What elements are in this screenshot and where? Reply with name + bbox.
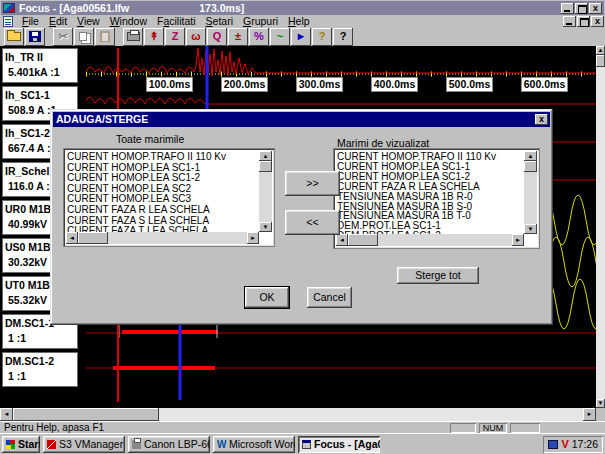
- antivirus-tray-icon[interactable]: V: [561, 439, 568, 450]
- menu-item[interactable]: Window: [105, 15, 152, 27]
- scroll-up-icon[interactable]: ▲: [259, 151, 272, 161]
- channel-scale: 1 :1: [5, 331, 75, 346]
- tool-plusminus-button[interactable]: ±: [228, 28, 248, 46]
- cut-icon: ✂: [58, 31, 67, 42]
- child-close-button[interactable]: x: [591, 16, 604, 27]
- menu-item[interactable]: Help: [283, 15, 315, 27]
- listbox-horizontal-scrollbar[interactable]: ◄ ►: [336, 234, 524, 246]
- scroll-right-icon[interactable]: ►: [247, 232, 259, 244]
- tool-q-button[interactable]: Q: [207, 28, 227, 46]
- time-label: 200.0ms: [221, 77, 268, 92]
- minimize-button[interactable]: [561, 3, 574, 14]
- plot-horizontal-scrollbar[interactable]: ◄ ►: [0, 408, 596, 421]
- scroll-up-icon[interactable]: ▲: [596, 46, 605, 55]
- scroll-down-icon[interactable]: ▼: [259, 222, 272, 232]
- child-restore-button[interactable]: [577, 16, 590, 27]
- tool-arrow-button[interactable]: ►: [291, 28, 311, 46]
- listbox-vertical-scrollbar[interactable]: ▲ ▼: [524, 151, 537, 234]
- tool-omega-button[interactable]: ω: [186, 28, 206, 46]
- displayed-quantities-items: CURENT HOMOP.TRAFO II 110 KvCURENT HOMOP…: [337, 152, 522, 245]
- save-icon: [29, 31, 41, 42]
- channel-scale: 5.401kA :1: [5, 65, 75, 80]
- print-button[interactable]: [123, 28, 143, 46]
- scroll-right-icon[interactable]: ►: [512, 234, 524, 246]
- cursor-time-readout: 173.0ms]: [199, 2, 244, 14]
- horizontal-scroll-thumb[interactable]: [78, 232, 108, 244]
- open-folder-button[interactable]: [4, 28, 24, 46]
- focus-application-window: Focus - [Aga00561.lfw 173.0ms] x FileEdi…: [0, 0, 605, 454]
- menu-item[interactable]: Facilitati: [152, 15, 201, 27]
- listbox-horizontal-scrollbar[interactable]: ◄ ►: [66, 232, 259, 244]
- move-left-button[interactable]: <<: [285, 210, 340, 235]
- status-panel-blank: [450, 423, 476, 433]
- scroll-up-icon[interactable]: ▲: [524, 151, 537, 161]
- word-icon: W: [217, 440, 226, 449]
- vertical-scroll-thumb[interactable]: [259, 161, 272, 172]
- paste-icon: [100, 31, 110, 42]
- time-label: 400.0ms: [371, 77, 418, 92]
- menu-item[interactable]: File: [17, 15, 44, 27]
- scroll-down-icon[interactable]: ▼: [524, 224, 537, 234]
- dialog-close-icon[interactable]: x: [535, 114, 548, 125]
- copy-icon: [79, 32, 87, 41]
- all-quantities-listbox[interactable]: CURENT HOMOP.TRAFO II 110 KvCURENT HOMOP…: [63, 148, 275, 247]
- task-buttons: S3 VManager Canon LBP-660 on L... W Micr…: [43, 436, 380, 453]
- status-panel-blank2: [510, 423, 540, 433]
- cut-button: ✂: [53, 28, 73, 46]
- list-item[interactable]: CURENT HOMOP.TRAFO II 110 Kv: [67, 152, 257, 163]
- task-button[interactable]: S3 VManager: [43, 436, 125, 453]
- scroll-right-icon[interactable]: ►: [583, 408, 596, 421]
- window-title: Focus - [Aga00561.lfw: [19, 2, 129, 14]
- list-item[interactable]: CURENT FAZA R LEA SCHELA: [67, 205, 257, 216]
- cancel-button[interactable]: Cancel: [307, 287, 352, 308]
- scroll-left-icon[interactable]: ◄: [336, 234, 348, 246]
- tool-marker-button[interactable]: ↟: [144, 28, 164, 46]
- time-label: 600.0ms: [521, 77, 568, 92]
- task-button[interactable]: Canon LBP-660 on L...: [128, 436, 210, 453]
- all-quantities-label: Toate marimile: [116, 133, 184, 145]
- app-icon: [3, 3, 15, 13]
- display-tray-icon[interactable]: [548, 440, 558, 449]
- move-right-button[interactable]: >>: [285, 171, 340, 196]
- dialog-title-bar[interactable]: ADAUGA/STERGE x: [53, 112, 550, 127]
- save-button[interactable]: [25, 28, 45, 46]
- trace-ih-sc1-1: [86, 97, 596, 104]
- start-label: Start: [18, 438, 40, 450]
- close-button[interactable]: x: [589, 3, 602, 14]
- channel-label-box[interactable]: DM.SC1-2 1 :1: [2, 352, 78, 387]
- task-button[interactable]: Focus - [Aga005...: [298, 436, 380, 453]
- ok-button[interactable]: OK: [245, 287, 289, 308]
- vertical-scroll-thumb[interactable]: [524, 161, 537, 172]
- document-icon[interactable]: [3, 16, 13, 27]
- scroll-down-icon[interactable]: ▼: [596, 399, 605, 408]
- channel-name: DM.SC1-2: [5, 354, 75, 369]
- context-help-button[interactable]: ?: [333, 28, 353, 46]
- scroll-left-icon[interactable]: ◄: [66, 232, 78, 244]
- listbox-vertical-scrollbar[interactable]: ▲ ▼: [259, 151, 272, 232]
- time-label: 100.0ms: [146, 77, 193, 92]
- scroll-left-icon[interactable]: ◄: [0, 408, 13, 421]
- vertical-scroll-thumb[interactable]: [596, 55, 605, 67]
- child-minimize-button[interactable]: [563, 16, 576, 27]
- windows-logo-icon: [6, 440, 15, 449]
- horizontal-scroll-thumb[interactable]: [13, 408, 159, 421]
- toolbar: ✂ ↟ Z ω Q ± % ~ ► ? ?: [1, 27, 604, 46]
- start-button[interactable]: Start: [2, 436, 40, 453]
- menu-item[interactable]: Edit: [44, 15, 72, 27]
- displayed-quantities-listbox[interactable]: CURENT HOMOP.TRAFO II 110 KvCURENT HOMOP…: [333, 148, 540, 249]
- taskbar-clock: 17:26: [572, 438, 598, 450]
- menu-item[interactable]: View: [72, 15, 105, 27]
- menu-item[interactable]: Setari: [201, 15, 238, 27]
- restore-button[interactable]: [575, 3, 588, 14]
- tool-percent-button[interactable]: %: [249, 28, 269, 46]
- horizontal-scroll-thumb[interactable]: [348, 234, 378, 246]
- channel-label-box[interactable]: Ih_TR II 5.401kA :1: [2, 48, 78, 83]
- menu-item[interactable]: Grupuri: [238, 15, 283, 27]
- task-button[interactable]: W Microsoft Word - FO...: [213, 436, 295, 453]
- all-quantities-items: CURENT HOMOP.TRAFO II 110 KvCURENT HOMOP…: [67, 152, 257, 243]
- plot-vertical-scrollbar[interactable]: ▲ ▼: [596, 46, 605, 408]
- tool-wave-button[interactable]: ~: [270, 28, 290, 46]
- help-button[interactable]: ?: [312, 28, 332, 46]
- delete-all-button[interactable]: Sterge tot: [397, 267, 479, 284]
- tool-impedance-button[interactable]: Z: [165, 28, 185, 46]
